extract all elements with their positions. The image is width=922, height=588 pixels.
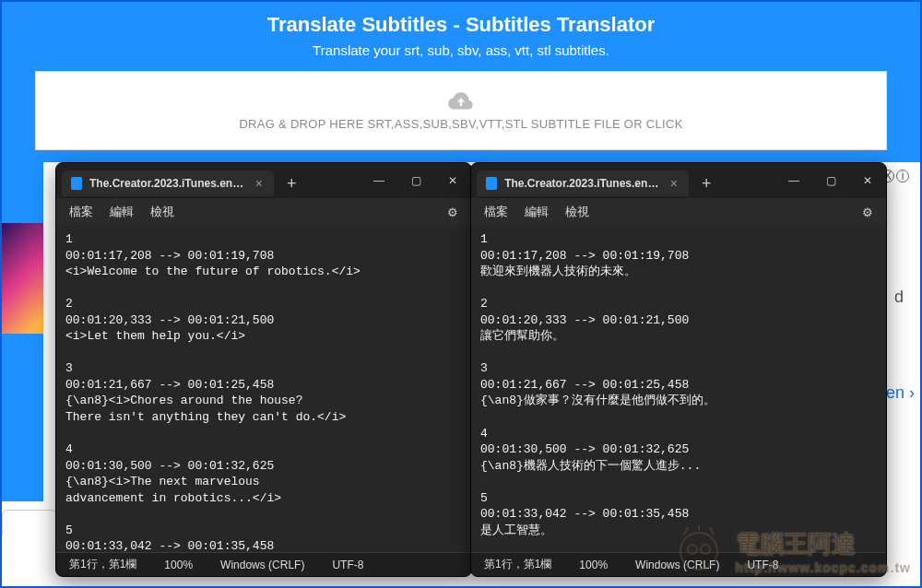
titlebar: The.Creator.2023.iTunes.en.[tw].sr × + —…	[471, 163, 886, 198]
tab-filename: The.Creator.2023.iTunes.en.[tw].srt	[89, 177, 246, 190]
notepad-window-left: The.Creator.2023.iTunes.en.[tw].srt × + …	[55, 162, 472, 577]
titlebar: The.Creator.2023.iTunes.en.[tw].srt × + …	[56, 163, 471, 198]
close-button[interactable]: ✕	[849, 166, 886, 195]
statusbar: 第1行，第1欄 100% Windows (CRLF) UTF-8	[56, 552, 471, 576]
new-tab-button[interactable]: +	[689, 169, 725, 194]
dropzone-label: DRAG & DROP HERE SRT,ASS,SUB,SBV,VTT,STL…	[239, 117, 682, 131]
status-encoding: UTF-8	[747, 559, 778, 571]
gradient-thumbnail	[2, 223, 43, 334]
menu-edit[interactable]: 編輯	[525, 204, 549, 220]
editor-content[interactable]: 1 00:01:17,208 --> 00:01:19,708 歡迎來到機器人技…	[471, 226, 886, 552]
page-title: Translate Subtitles - Subtitles Translat…	[2, 13, 920, 37]
tab-close-icon[interactable]: ×	[668, 176, 680, 191]
file-tab[interactable]: The.Creator.2023.iTunes.en.[tw].sr ×	[477, 171, 689, 196]
ad-letter: d	[894, 288, 904, 307]
window-controls: — ▢ ✕	[775, 166, 886, 195]
window-controls: — ▢ ✕	[361, 166, 471, 195]
cloud-upload-icon	[447, 91, 475, 112]
menu-edit[interactable]: 編輯	[110, 204, 134, 220]
hero-banner: Translate Subtitles - Subtitles Translat…	[2, 2, 920, 162]
status-eol: Windows (CRLF)	[635, 559, 719, 571]
tab-filename: The.Creator.2023.iTunes.en.[tw].sr	[504, 177, 661, 190]
status-zoom: 100%	[164, 559, 193, 571]
settings-gear-icon[interactable]: ⚙	[447, 206, 458, 219]
notepad-window-right: The.Creator.2023.iTunes.en.[tw].sr × + —…	[470, 162, 887, 577]
browser-tab-corner	[2, 510, 57, 535]
status-encoding: UTF-8	[332, 559, 363, 571]
maximize-button[interactable]: ▢	[397, 166, 434, 195]
minimize-button[interactable]: —	[361, 166, 397, 195]
menu-file[interactable]: 檔案	[69, 204, 93, 220]
close-button[interactable]: ✕	[434, 166, 471, 195]
new-tab-button[interactable]: +	[274, 169, 310, 194]
minimize-button[interactable]: —	[775, 166, 812, 195]
document-icon	[486, 177, 497, 190]
status-position: 第1行，第1欄	[484, 557, 551, 572]
status-eol: Windows (CRLF)	[220, 559, 304, 571]
ad-info-icon[interactable]: i	[896, 170, 909, 182]
menu-file[interactable]: 檔案	[484, 204, 508, 220]
file-tab[interactable]: The.Creator.2023.iTunes.en.[tw].srt ×	[62, 171, 274, 196]
document-icon	[71, 177, 82, 190]
status-position: 第1行，第1欄	[69, 557, 136, 572]
menubar: 檔案 編輯 檢視 ⚙	[56, 198, 471, 226]
maximize-button[interactable]: ▢	[812, 166, 849, 195]
status-zoom: 100%	[579, 559, 608, 571]
settings-gear-icon[interactable]: ⚙	[862, 206, 873, 219]
menu-view[interactable]: 檢視	[150, 204, 174, 220]
menu-view[interactable]: 檢視	[565, 204, 589, 220]
statusbar: 第1行，第1欄 100% Windows (CRLF) UTF-8	[471, 552, 886, 576]
editor-content[interactable]: 1 00:01:17,208 --> 00:01:19,708 <i>Welco…	[56, 226, 471, 552]
upload-dropzone[interactable]: DRAG & DROP HERE SRT,ASS,SUB,SBV,VTT,STL…	[35, 71, 887, 150]
menubar: 檔案 編輯 檢視 ⚙	[471, 198, 886, 226]
tab-close-icon[interactable]: ×	[254, 176, 265, 191]
page-subtitle: Translate your srt, sub, sbv, ass, vtt, …	[2, 42, 920, 58]
